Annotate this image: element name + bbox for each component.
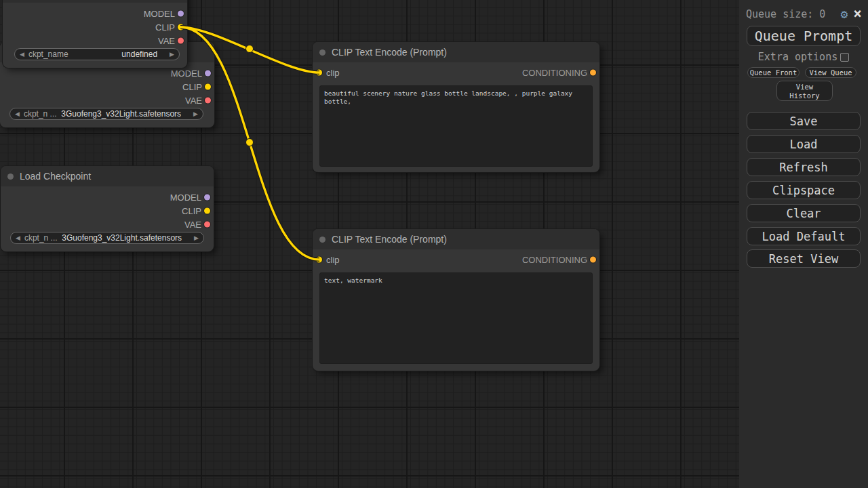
clear-button[interactable]: Clear (747, 204, 861, 222)
output-label-vae: VAE (185, 96, 202, 106)
output-label-clip: CLIP (182, 206, 201, 216)
reset-view-button[interactable]: Reset View (747, 249, 861, 268)
conditioning-output-dot[interactable] (590, 257, 596, 263)
save-button[interactable]: Save (747, 112, 861, 130)
settings-gear-icon[interactable]: ⚙ (841, 8, 848, 20)
clip-text-encode-positive-node[interactable]: CLIP Text Encode (Prompt) clip CONDITION… (313, 42, 599, 172)
queue-size-label: Queue size: 0 (746, 8, 837, 20)
view-history-button[interactable]: View History (776, 81, 833, 101)
ckpt-name-widget[interactable]: ◀ ckpt_n ... 3Guofeng3_v32Light.safetens… (9, 108, 203, 120)
node-title: Load Checkpoint (20, 171, 91, 182)
clip-output-dot[interactable] (205, 84, 211, 90)
node-title: CLIP Text Encode (Prompt) (332, 234, 447, 245)
widget-prev-arrow-icon[interactable]: ◀ (15, 110, 20, 117)
widget-name: ckpt_n ... (24, 109, 57, 119)
view-queue-button[interactable]: View Queue (805, 67, 856, 78)
wire-midpoint-dot (246, 139, 254, 146)
output-label-conditioning: CONDITIONING (522, 68, 587, 78)
model-output-dot[interactable] (204, 195, 210, 201)
input-label-clip: clip (326, 255, 340, 265)
output-label-conditioning: CONDITIONING (522, 255, 587, 265)
queue-prompt-button[interactable]: Queue Prompt (747, 26, 861, 46)
node-title: CLIP Text Encode (Prompt) (332, 47, 447, 58)
prompt-textarea[interactable]: text, watermark (319, 272, 593, 364)
comfyui-menu-panel: Queue size: 0 ⚙ × Queue Prompt Extra opt… (739, 0, 868, 488)
prompt-textarea[interactable]: beautiful scenery nature glass bottle la… (319, 85, 593, 167)
widget-next-arrow-icon[interactable]: ▶ (194, 235, 199, 241)
node-graph-canvas[interactable]: MODEL CLIP VAE ◀ ckpt_n ... 3Guofeng3_v3… (0, 0, 739, 488)
collapse-dot-icon[interactable] (7, 174, 14, 180)
collapse-dot-icon[interactable] (319, 49, 326, 56)
refresh-button[interactable]: Refresh (747, 158, 861, 176)
clip-input-dot[interactable] (316, 257, 322, 263)
close-icon[interactable]: × (853, 7, 862, 21)
load-checkpoint-node-top[interactable]: MODEL CLIP VAE ◀ ckpt_name undefined ▶ (3, 0, 187, 68)
ckpt-name-widget[interactable]: ◀ ckpt_n ... 3Guofeng3_v32Light.safetens… (10, 232, 204, 244)
clip-output-dot[interactable] (178, 24, 184, 30)
clipspace-button[interactable]: Clipspace (747, 181, 861, 199)
output-label-vae: VAE (184, 220, 201, 230)
output-label-clip: CLIP (155, 22, 175, 33)
widget-name: ckpt_n ... (24, 233, 58, 243)
model-output-dot[interactable] (178, 11, 184, 17)
node-title-bar (3, 0, 187, 3)
widget-prev-arrow-icon[interactable]: ◀ (20, 51, 24, 58)
output-label-model: MODEL (144, 9, 175, 19)
output-label-clip: CLIP (182, 82, 202, 92)
output-label-vae: VAE (158, 36, 175, 46)
node-title-bar: CLIP Text Encode (Prompt) (313, 42, 599, 62)
clip-output-dot[interactable] (204, 208, 210, 214)
load-checkpoint-node[interactable]: Load Checkpoint MODEL CLIP VAE ◀ ckpt_n … (1, 166, 214, 251)
vae-output-dot[interactable] (178, 38, 184, 44)
ckpt-name-widget[interactable]: ◀ ckpt_name undefined ▶ (14, 48, 180, 60)
node-title-bar: CLIP Text Encode (Prompt) (313, 229, 599, 249)
extra-options-label: Extra options (758, 51, 837, 63)
widget-prev-arrow-icon[interactable]: ◀ (16, 235, 20, 241)
output-label-model: MODEL (171, 68, 202, 79)
vae-output-dot[interactable] (205, 98, 211, 104)
widget-value: 3Guofeng3_v32Light.safetensors (62, 233, 182, 243)
widget-name: ckpt_name (28, 49, 68, 59)
output-label-model: MODEL (170, 192, 201, 203)
load-default-button[interactable]: Load Default (747, 227, 861, 245)
input-label-clip: clip (326, 68, 340, 78)
widget-next-arrow-icon[interactable]: ▶ (170, 51, 174, 58)
conditioning-output-dot[interactable] (590, 70, 596, 76)
vae-output-dot[interactable] (204, 222, 210, 228)
clip-input-dot[interactable] (316, 70, 322, 76)
load-button[interactable]: Load (747, 135, 861, 153)
collapse-dot-icon[interactable] (319, 237, 326, 243)
node-title-bar: Load Checkpoint (1, 166, 214, 186)
extra-options-checkbox[interactable] (840, 53, 849, 62)
wire-midpoint-dot (246, 45, 254, 53)
widget-value: undefined (73, 49, 157, 59)
widget-value: 3Guofeng3_v32Light.safetensors (61, 109, 181, 119)
widget-next-arrow-icon[interactable]: ▶ (193, 110, 198, 117)
clip-text-encode-negative-node[interactable]: CLIP Text Encode (Prompt) clip CONDITION… (313, 229, 599, 371)
model-output-dot[interactable] (205, 70, 211, 77)
queue-front-button[interactable]: Queue Front (747, 67, 800, 78)
